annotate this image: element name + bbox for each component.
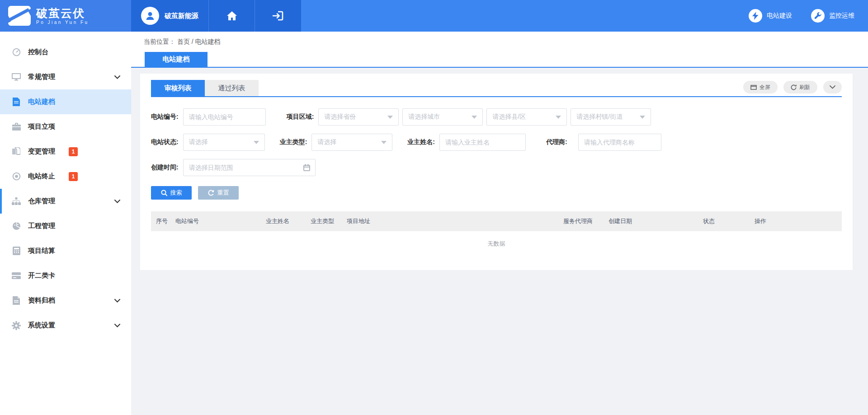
sidebar-item-engineering-mgmt[interactable]: 工程管理 [0, 214, 131, 238]
sidebar-item-station-filing[interactable]: 电站建档 [0, 89, 131, 114]
home-button[interactable] [209, 0, 255, 32]
gear-icon [12, 321, 21, 330]
caret-down-icon [472, 116, 477, 119]
lightning-circle [749, 9, 762, 23]
breadcrumb-current: 电站建档 [195, 38, 221, 45]
col-created-date: 创建日期 [609, 217, 703, 225]
sitemap-icon [12, 197, 21, 205]
sidebar-item-general-mgmt[interactable]: 常规管理 [0, 65, 131, 89]
chevron-down-icon [830, 85, 835, 89]
created-time-label: 创建时间: [151, 163, 179, 172]
archive-doc-icon [12, 296, 21, 305]
logo-icon [8, 6, 31, 26]
county-select[interactable]: 请选择县/区 [486, 108, 567, 126]
app-logo: 破茧云伏 Po Jian Yun Fu [0, 0, 131, 32]
nav-monitor-ops-label: 监控运维 [829, 12, 854, 20]
table-empty-state: 无数据 [151, 231, 842, 256]
logo-subtitle: Po Jian Yun Fu [36, 20, 89, 25]
sidebar-item-project-initiation[interactable]: 项目立项 [0, 114, 131, 139]
fullscreen-icon [750, 85, 757, 90]
owner-type-select[interactable]: 请选择 [311, 134, 392, 151]
date-range-picker[interactable] [183, 159, 316, 176]
col-owner-type: 业主类型 [311, 217, 347, 225]
nav-station-build[interactable]: 电站建设 [749, 9, 792, 23]
search-icon [161, 190, 167, 196]
sidebar-item-open-type2-card[interactable]: 开二类卡 [0, 263, 131, 288]
breadcrumb-bar: 当前位置： 首页 / 电站建档 电站建档 [131, 32, 868, 68]
breadcrumb-prefix: 当前位置： [144, 38, 175, 45]
nav-station-build-label: 电站建设 [767, 12, 792, 20]
station-status-label: 电站状态: [151, 138, 179, 146]
sidebar-item-project-settlement[interactable]: 项目结算 [0, 238, 131, 263]
filter-form: 电站编号: 项目区域: 请选择省份 请选择城市 请选择县/区 [151, 97, 842, 200]
station-code-label: 电站编号: [151, 113, 179, 121]
col-owner-name: 业主姓名 [266, 217, 311, 225]
wrench-icon [814, 12, 821, 19]
station-code-input[interactable] [183, 108, 266, 126]
table-header: 序号 电站编号 业主姓名 业主类型 项目地址 服务代理商 创建日期 状态 操作 [151, 211, 842, 231]
panel-card: 审核列表 通过列表 全屏 [140, 74, 853, 270]
col-actions: 操作 [755, 217, 842, 225]
filter-row-3: 创建时间: [151, 159, 842, 176]
sidebar-item-system-settings[interactable]: 系统设置 [0, 313, 131, 338]
page-tab-station-filing[interactable]: 电站建档 [145, 52, 208, 67]
nav-monitor-ops[interactable]: 监控运维 [811, 9, 854, 23]
target-icon [12, 172, 21, 181]
owner-name-input[interactable] [439, 134, 526, 151]
chevron-down-icon [114, 324, 120, 327]
sidebar-item-station-termination[interactable]: 电站终止 1 [0, 164, 131, 189]
topbar-spacer [301, 0, 749, 32]
caret-down-icon [640, 116, 645, 119]
province-select[interactable]: 请选择省份 [318, 108, 399, 126]
breadcrumb-separator: / [192, 38, 195, 45]
col-station-code: 电站编号 [175, 217, 266, 225]
search-button[interactable]: 搜索 [151, 186, 192, 200]
logo-title: 破茧云伏 [36, 7, 89, 19]
sidebar-item-change-mgmt[interactable]: 变更管理 1 [0, 139, 131, 164]
sidebar: 控制台 常规管理 电站建档 [0, 32, 131, 415]
user-menu[interactable]: 破茧新能源 [131, 0, 209, 32]
col-service-agent: 服务代理商 [563, 217, 609, 225]
village-select[interactable]: 请选择村镇/街道 [571, 108, 651, 126]
owner-type-label: 业主类型: [280, 138, 307, 146]
main-area: 当前位置： 首页 / 电站建档 电站建档 审核列表 通过列表 [131, 32, 868, 415]
city-select[interactable]: 请选择城市 [402, 108, 483, 126]
card-icon [12, 272, 21, 279]
company-name: 破茧新能源 [165, 12, 198, 20]
tab-review-list[interactable]: 审核列表 [151, 80, 205, 96]
gauge-icon [12, 48, 21, 56]
col-project-address: 项目地址 [347, 217, 563, 225]
lightning-icon [752, 12, 759, 20]
caret-down-icon [556, 116, 561, 119]
sidebar-item-warehouse-mgmt[interactable]: 仓库管理 [0, 189, 131, 214]
panel-toolbar: 全屏 刷新 [743, 81, 842, 96]
pie-chart-icon [12, 222, 21, 230]
filter-row-2: 电站状态: 请选择 业主类型: 请选择 业主姓名: 代理商: [151, 134, 842, 151]
briefcase-icon [12, 123, 21, 131]
date-range-input[interactable] [183, 159, 316, 176]
filter-actions: 搜索 重置 [151, 186, 842, 200]
filter-row-1: 电站编号: 项目区域: 请选择省份 请选择城市 请选择县/区 [151, 108, 842, 126]
reset-button[interactable]: 重置 [198, 186, 239, 200]
breadcrumb: 当前位置： 首页 / 电站建档 [144, 38, 221, 46]
sidebar-item-data-archive[interactable]: 资料归档 [0, 288, 131, 313]
top-right-nav: 电站建设 监控运维 [749, 0, 868, 32]
col-status: 状态 [703, 217, 755, 225]
sidebar-item-console[interactable]: 控制台 [0, 40, 131, 65]
copy-icon [12, 147, 21, 156]
chevron-down-icon [114, 75, 120, 79]
logout-button[interactable] [255, 0, 301, 32]
breadcrumb-home[interactable]: 首页 [177, 38, 190, 45]
fullscreen-button[interactable]: 全屏 [743, 81, 778, 93]
collapse-button[interactable] [823, 81, 842, 93]
agent-input[interactable] [578, 134, 661, 151]
tab-passed-list[interactable]: 通过列表 [205, 80, 259, 96]
top-bar: 破茧云伏 Po Jian Yun Fu 破茧新能源 [0, 0, 868, 32]
caret-down-icon [387, 116, 393, 119]
station-status-select[interactable]: 请选择 [183, 134, 265, 151]
region-label: 项目区域: [287, 113, 314, 121]
badge-count: 1 [69, 172, 78, 181]
wrench-circle [811, 9, 825, 23]
content-area: 审核列表 通过列表 全屏 [131, 68, 868, 270]
refresh-button[interactable]: 刷新 [783, 81, 817, 93]
